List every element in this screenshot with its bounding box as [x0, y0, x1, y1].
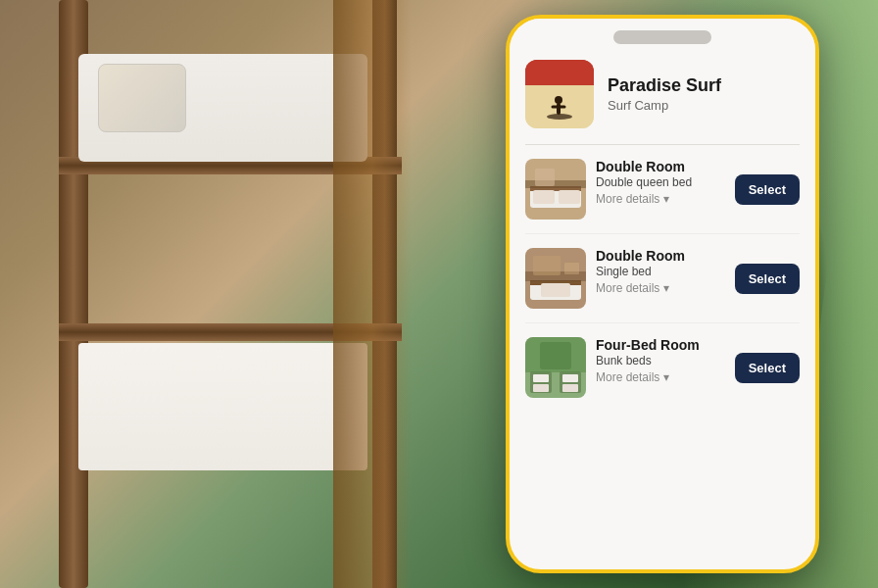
room-1-more-details-label: More details: [596, 192, 659, 206]
svg-rect-12: [535, 169, 555, 186]
svg-rect-16: [541, 283, 570, 297]
room-1-more-details[interactable]: More details ▾: [596, 192, 725, 206]
room-1-bed-type: Double queen bed: [596, 175, 725, 189]
phone-frame: Paradise Surf Surf Camp Double Room: [506, 15, 819, 573]
svg-rect-9: [533, 190, 555, 204]
room-2-more-details-label: More details: [596, 281, 659, 295]
room-3-info: Four-Bed Room Bunk beds More details ▾: [596, 337, 725, 384]
room-2-thumbnail: [525, 248, 586, 309]
svg-rect-26: [562, 384, 578, 392]
room-card-2: Double Room Single bed More details ▾ Se…: [525, 248, 800, 323]
room-1-name: Double Room: [596, 159, 725, 174]
svg-rect-23: [533, 384, 549, 392]
hotel-header: Paradise Surf Surf Camp: [525, 60, 800, 128]
hotel-category: Surf Camp: [608, 98, 721, 113]
svg-point-4: [555, 96, 562, 104]
room-3-more-details[interactable]: More details ▾: [596, 370, 725, 384]
room-3-thumbnail: [525, 337, 586, 398]
phone-content: Paradise Surf Surf Camp Double Room: [510, 52, 815, 569]
svg-rect-19: [564, 263, 579, 274]
section-divider: [525, 144, 800, 145]
svg-point-2: [547, 114, 572, 120]
room-1-select-button[interactable]: Select: [735, 174, 800, 205]
room-3-bed-type: Bunk beds: [596, 354, 725, 368]
hotel-info: Paradise Surf Surf Camp: [608, 75, 721, 114]
room-2-select-button[interactable]: Select: [735, 264, 800, 294]
room-2-bed-type: Single bed: [596, 265, 725, 278]
svg-rect-22: [533, 374, 549, 382]
room-2-info: Double Room Single bed More details ▾: [596, 248, 725, 295]
room-2-more-details[interactable]: More details ▾: [596, 281, 725, 295]
room-3-name: Four-Bed Room: [596, 337, 725, 353]
svg-rect-11: [525, 180, 586, 188]
room-card-3: Four-Bed Room Bunk beds More details ▾ S…: [525, 337, 800, 398]
svg-rect-18: [533, 256, 561, 275]
chevron-down-icon: ▾: [663, 192, 669, 206]
room-card-1: Double Room Double queen bed More detail…: [525, 159, 800, 234]
chevron-down-icon: ▾: [663, 281, 669, 295]
hotel-name: Paradise Surf: [608, 75, 721, 97]
svg-rect-28: [540, 342, 571, 369]
notch-bar: [613, 30, 711, 44]
svg-rect-25: [562, 374, 578, 382]
room-1-thumbnail: [525, 159, 586, 220]
svg-rect-10: [559, 190, 580, 204]
chevron-down-icon: ▾: [663, 370, 669, 384]
svg-rect-0: [525, 60, 594, 85]
room-2-name: Double Room: [596, 248, 725, 264]
room-1-info: Double Room Double queen bed More detail…: [596, 159, 725, 206]
hotel-logo: [525, 60, 594, 128]
svg-rect-3: [557, 103, 561, 115]
phone-notch: [510, 19, 815, 52]
room-3-select-button[interactable]: Select: [735, 353, 800, 383]
room-3-more-details-label: More details: [596, 370, 659, 384]
